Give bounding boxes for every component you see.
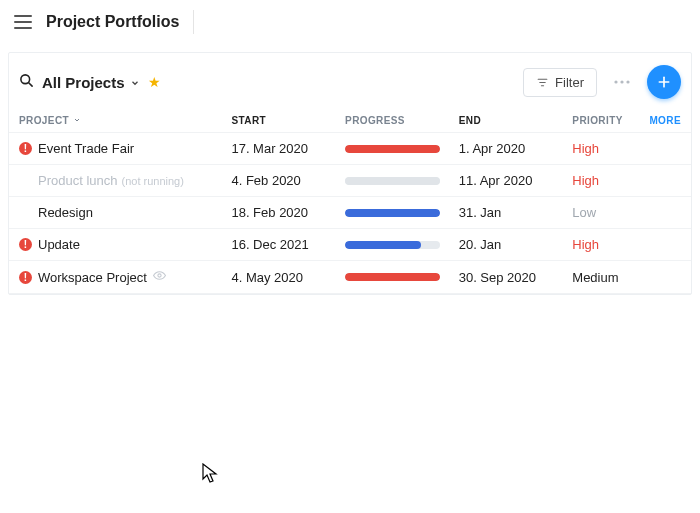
col-header-start[interactable]: START — [231, 115, 345, 126]
cell-priority: Medium — [572, 270, 641, 285]
cell-start: 4. Feb 2020 — [231, 173, 345, 188]
svg-line-1 — [29, 83, 32, 86]
plus-icon — [656, 74, 672, 90]
chevron-down-icon — [130, 74, 140, 91]
col-header-end[interactable]: END — [459, 115, 573, 126]
project-name: Redesign — [38, 205, 93, 220]
cell-end: 31. Jan — [459, 205, 573, 220]
project-name: Workspace Project — [38, 270, 147, 285]
cell-end: 1. Apr 2020 — [459, 141, 573, 156]
progress-bar — [345, 209, 440, 217]
add-button[interactable] — [647, 65, 681, 99]
divider — [193, 10, 194, 34]
eye-icon — [153, 269, 166, 285]
more-button[interactable] — [607, 67, 637, 97]
view-selector[interactable]: All Projects — [42, 74, 148, 91]
search-icon[interactable] — [19, 73, 34, 91]
svg-point-5 — [614, 80, 617, 83]
hamburger-icon[interactable] — [14, 15, 32, 29]
filter-icon — [536, 76, 549, 89]
filter-button[interactable]: Filter — [523, 68, 597, 97]
cell-priority: High — [572, 237, 641, 252]
panel: All Projects ★ Filter PROJECT — [8, 52, 692, 295]
alert-icon: ! — [19, 238, 32, 251]
cell-start: 16. Dec 2021 — [231, 237, 345, 252]
col-header-priority[interactable]: PRIORITY — [572, 115, 641, 126]
col-header-progress[interactable]: PROGRESS — [345, 115, 459, 126]
cell-start: 18. Feb 2020 — [231, 205, 345, 220]
cell-end: 30. Sep 2020 — [459, 270, 573, 285]
cell-priority: High — [572, 173, 641, 188]
table-row[interactable]: Product lunch(not running)4. Feb 202011.… — [9, 164, 691, 196]
project-name: Event Trade Fair — [38, 141, 134, 156]
col-header-more[interactable]: MORE — [641, 115, 681, 126]
table-row[interactable]: Redesign18. Feb 202031. JanLow — [9, 196, 691, 228]
page-title: Project Portfolios — [46, 13, 179, 31]
cell-project: Product lunch(not running) — [19, 173, 231, 188]
cell-start: 4. May 2020 — [231, 270, 345, 285]
sort-chevron-icon — [73, 115, 81, 126]
cell-progress — [345, 273, 459, 281]
cell-project: !Workspace Project — [19, 269, 231, 285]
table-row[interactable]: !Event Trade Fair17. Mar 20201. Apr 2020… — [9, 132, 691, 164]
table-row[interactable]: !Update16. Dec 202120. JanHigh — [9, 228, 691, 260]
svg-point-6 — [620, 80, 623, 83]
cell-progress — [345, 145, 459, 153]
progress-bar — [345, 145, 440, 153]
cell-end: 11. Apr 2020 — [459, 173, 573, 188]
view-title-text: All Projects — [42, 74, 125, 91]
progress-bar — [345, 177, 440, 185]
dots-icon — [614, 80, 630, 84]
cursor-icon — [202, 463, 220, 485]
cell-project: !Event Trade Fair — [19, 141, 231, 156]
cell-progress — [345, 209, 459, 217]
filter-label: Filter — [555, 75, 584, 90]
svg-point-10 — [158, 274, 161, 277]
project-name: Update — [38, 237, 80, 252]
cell-progress — [345, 241, 459, 249]
star-icon[interactable]: ★ — [148, 74, 161, 90]
table-row[interactable]: !Workspace Project4. May 202030. Sep 202… — [9, 260, 691, 294]
table-body: !Event Trade Fair17. Mar 20201. Apr 2020… — [9, 132, 691, 294]
cell-project: Redesign — [19, 205, 231, 220]
cell-priority: Low — [572, 205, 641, 220]
progress-bar — [345, 273, 440, 281]
cell-progress — [345, 177, 459, 185]
alert-icon: ! — [19, 142, 32, 155]
cell-end: 20. Jan — [459, 237, 573, 252]
project-name: Product lunch — [38, 173, 118, 188]
alert-icon: ! — [19, 271, 32, 284]
progress-bar — [345, 241, 440, 249]
cell-priority: High — [572, 141, 641, 156]
cell-start: 17. Mar 2020 — [231, 141, 345, 156]
cell-project: !Update — [19, 237, 231, 252]
svg-point-7 — [626, 80, 629, 83]
table-header: PROJECT START PROGRESS END PRIORITY MORE — [9, 109, 691, 132]
panel-header: All Projects ★ Filter — [9, 53, 691, 109]
col-header-project[interactable]: PROJECT — [19, 115, 231, 126]
not-running-label: (not running) — [122, 175, 184, 187]
topbar: Project Portfolios — [0, 0, 700, 44]
